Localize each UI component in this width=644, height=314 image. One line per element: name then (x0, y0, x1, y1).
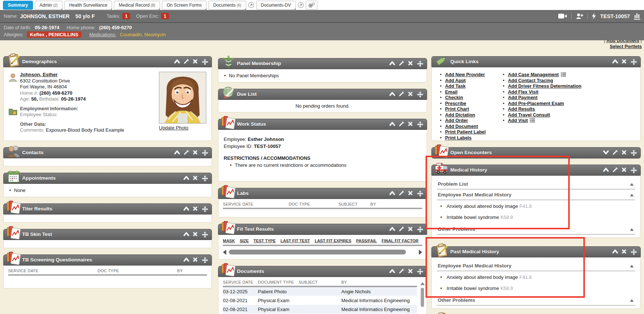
collapse-button[interactable] (183, 206, 189, 212)
close-button[interactable] (408, 121, 414, 127)
collapse-triangle-icon[interactable] (630, 194, 634, 196)
add-document-link[interactable]: Add Document (445, 124, 478, 129)
email-link[interactable]: Email (445, 90, 457, 95)
tab-admin[interactable]: Admin(2) (35, 1, 62, 10)
edit-button[interactable] (399, 226, 404, 232)
collapse-button[interactable] (174, 59, 180, 65)
scrollbar-thumb[interactable] (229, 250, 406, 254)
collapse-button[interactable] (612, 249, 618, 255)
section-header-problem-list[interactable]: Problem List (437, 179, 635, 189)
edit-button[interactable] (612, 150, 618, 156)
collapse-triangle-icon[interactable] (630, 228, 634, 231)
sortable-column-link[interactable]: SIZE (240, 239, 248, 243)
bar-chart-icon[interactable] (634, 13, 640, 20)
collapse-button[interactable] (612, 59, 618, 65)
move-button[interactable] (417, 91, 423, 97)
collapse-button[interactable] (183, 257, 189, 263)
collapse-button[interactable] (183, 232, 189, 237)
add-visit-link[interactable]: Add Visit (508, 118, 528, 123)
move-button[interactable] (202, 206, 208, 212)
close-button[interactable] (408, 190, 414, 196)
close-button[interactable] (621, 59, 627, 65)
add-flex-visit-link[interactable]: Add Flex Visit (508, 90, 538, 95)
horizontal-scrollbar[interactable] (223, 249, 422, 255)
sortable-column-link[interactable]: TEST TYPE (254, 239, 276, 243)
sortable-column-link[interactable]: MASK (223, 239, 235, 243)
edit-button[interactable] (399, 121, 404, 127)
edit-button[interactable] (399, 190, 404, 196)
close-button[interactable] (193, 232, 199, 237)
collapse-button[interactable] (183, 175, 189, 181)
section-header-employee-past-medical-history[interactable]: Employee Past Medical History (437, 260, 635, 271)
add-results-link[interactable]: Add Results (508, 107, 535, 112)
close-button[interactable] (193, 59, 199, 65)
close-button[interactable] (408, 269, 414, 274)
collapse-button[interactable] (389, 121, 395, 127)
edit-button[interactable] (183, 59, 189, 65)
close-button[interactable] (193, 175, 199, 181)
vertical-scrollbar[interactable] (420, 282, 425, 314)
move-button[interactable] (631, 59, 637, 65)
section-header-other-problems[interactable]: Other Problems (437, 295, 635, 305)
select-portlets-link[interactable]: Select Portlets (610, 44, 642, 49)
move-button[interactable] (202, 59, 208, 65)
scrollbar-thumb[interactable] (421, 288, 424, 307)
scrollbar-track[interactable] (228, 250, 417, 254)
move-button[interactable] (417, 61, 423, 67)
tab-documents[interactable]: Documents(6) (209, 1, 246, 10)
scroll-right-arrow[interactable] (419, 250, 422, 255)
collapse-button[interactable] (389, 226, 395, 232)
expand-button[interactable] (603, 150, 609, 156)
close-button[interactable] (621, 167, 627, 173)
tab-summary[interactable]: Summary (3, 1, 33, 10)
move-button[interactable] (417, 269, 423, 274)
print-patient-label-link[interactable]: Print Patient Label (445, 129, 486, 135)
video-camera-icon[interactable] (558, 13, 567, 19)
section-header-other-problems[interactable]: Other Problems (437, 224, 635, 234)
table-row[interactable]: 02-08-2021Physical ExamMedical Informati… (223, 305, 417, 314)
tasks-count-badge[interactable]: 1 (122, 13, 130, 19)
tab-documents-dv[interactable]: Documents-DV (256, 1, 296, 10)
prescribe-link[interactable]: Prescribe (445, 101, 466, 106)
add-payment-link[interactable]: Add Payment (508, 95, 538, 100)
update-photo-link[interactable]: Update Photo (159, 125, 189, 131)
sortable-column-link[interactable]: PASS/FAIL (356, 239, 377, 243)
move-button[interactable] (202, 175, 208, 181)
collapse-triangle-icon[interactable] (630, 299, 634, 302)
edit-button[interactable] (183, 150, 189, 156)
move-button[interactable] (417, 226, 423, 232)
close-button[interactable] (193, 257, 199, 263)
move-button[interactable] (631, 150, 637, 156)
collapse-button[interactable] (389, 190, 395, 196)
add-new-provider-link[interactable]: Add New Provider (445, 72, 485, 77)
close-button[interactable] (408, 226, 414, 232)
collapse-button[interactable] (389, 91, 395, 97)
collapse-button[interactable] (174, 150, 180, 156)
move-button[interactable] (631, 249, 637, 255)
add-contact-tracing-link[interactable]: Add Contact Tracing (508, 78, 553, 83)
sortable-column-link[interactable]: LAST FIT EXPIRES (315, 239, 351, 243)
tab-on-screen-forms[interactable]: On Screen Forms (162, 1, 207, 10)
popout-icon[interactable] (248, 2, 254, 8)
add-travel-consult-link[interactable]: Add Travel Consult (508, 112, 550, 118)
collapse-button[interactable] (389, 61, 395, 67)
checkin-link[interactable]: Checkin (445, 95, 463, 100)
table-row[interactable]: 02-08-2021Physical ExamMedical Informati… (223, 296, 417, 305)
close-button[interactable] (621, 150, 627, 156)
move-button[interactable] (417, 121, 423, 127)
add-person-icon[interactable] (576, 13, 583, 19)
edit-button[interactable] (399, 269, 404, 274)
move-button[interactable] (417, 190, 423, 196)
print-chart-link[interactable]: Print Chart (445, 107, 469, 112)
settings-gear-button[interactable] (306, 1, 318, 10)
close-button[interactable] (193, 150, 199, 156)
medications-link[interactable]: Medications: (89, 32, 116, 37)
edit-button[interactable] (399, 61, 404, 67)
move-button[interactable] (631, 167, 637, 173)
sortable-column-link[interactable]: LAST FIT TEST (281, 239, 310, 243)
close-button[interactable] (621, 249, 627, 255)
close-button[interactable] (408, 61, 414, 67)
edit-button[interactable] (612, 167, 618, 173)
move-button[interactable] (202, 232, 208, 237)
add-pre-placement-exam-link[interactable]: Add Pre-Placement Exam (508, 101, 564, 106)
